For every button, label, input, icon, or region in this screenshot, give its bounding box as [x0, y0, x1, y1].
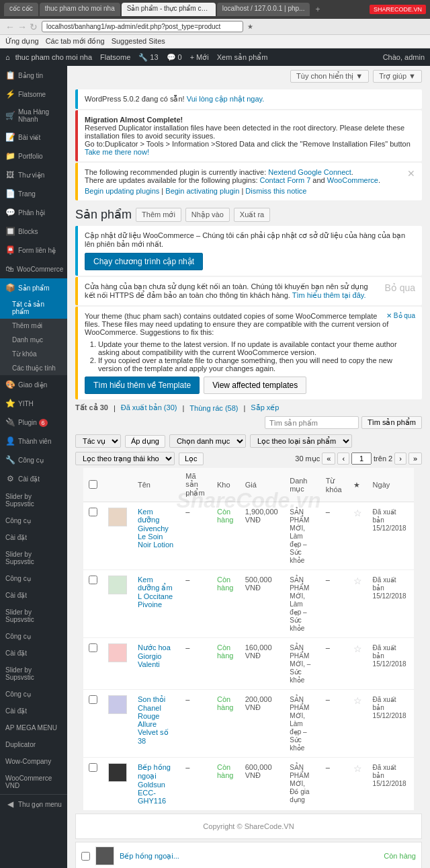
search-btn[interactable]: Tìm sản phẩm: [361, 416, 422, 429]
admin-bar-site[interactable]: thuc pham cho moi nha: [15, 53, 92, 61]
row-featured-5[interactable]: ☆: [348, 758, 368, 811]
pagination-last[interactable]: »: [408, 452, 422, 465]
product-link-1[interactable]: Kem dưỡng Givenchy Le Soin Noir Lotion: [138, 508, 173, 549]
sidebar-item-slider1[interactable]: Slider by Supsvstic: [0, 488, 67, 512]
export-btn[interactable]: Xuất ra: [234, 208, 270, 222]
sidebar-item-settings3[interactable]: Cài đặt: [0, 587, 67, 604]
browser-tab-plus[interactable]: +: [311, 3, 324, 16]
product-link-4[interactable]: Son thỏi Chanel Rouge Allure Velvet số 3…: [138, 695, 169, 745]
pagination-input[interactable]: [351, 452, 372, 465]
row-name-5[interactable]: Bếp hồng ngoại Goldsun ECC-GHY116: [132, 758, 180, 811]
https-link[interactable]: Tìm hiểu thêm tại đây.: [292, 291, 366, 299]
sidebar-item-woo-vnd[interactable]: WooCommerce VND: [0, 770, 67, 794]
row-name-4[interactable]: Son thỏi Chanel Rouge Allure Velvet số 3…: [132, 690, 180, 758]
sidebar-item-yith[interactable]: ⭐ YITH: [0, 394, 67, 413]
admin-bar-new[interactable]: + Mới: [190, 53, 209, 62]
product-link-5[interactable]: Bếp hồng ngoại Goldsun ECC-GHY116: [138, 763, 171, 805]
row-name-1[interactable]: Kem dưỡng Givenchy Le Soin Noir Lotion: [132, 502, 180, 570]
th-stock[interactable]: Kho: [212, 468, 240, 502]
row-category-3[interactable]: SẢN PHẨM MỚI, – Sức khỏe: [284, 638, 320, 690]
sidebar-item-tools5[interactable]: Công cụ: [0, 686, 67, 703]
template-affected-btn[interactable]: View affected templates: [204, 377, 306, 394]
begin-activating-link[interactable]: Begin activating plugin: [165, 187, 239, 195]
sidebar-item-dashboard[interactable]: 📋 Bảng tin: [0, 66, 67, 85]
sidebar-item-comments[interactable]: 💬 Phân hội: [0, 203, 67, 222]
bulk-action-select[interactable]: Tác vụ: [75, 434, 121, 448]
category-select[interactable]: Chọn danh mục: [169, 434, 246, 448]
row-featured-2[interactable]: ☆: [348, 570, 368, 638]
row-featured-3[interactable]: ☆: [348, 638, 368, 690]
forward-btn[interactable]: →: [17, 22, 27, 32]
template-learn-btn[interactable]: Tìm hiểu thêm về Template: [85, 377, 200, 394]
bookmark-star[interactable]: ★: [247, 23, 253, 30]
sidebar-item-appearance[interactable]: 🎨 Giao diện: [0, 375, 67, 394]
sidebar-item-settings5[interactable]: Cài đặt: [0, 703, 67, 719]
status-select[interactable]: Lọc theo trạng thái kho: [75, 452, 175, 465]
suggested-bookmark[interactable]: Suggested Sites: [112, 37, 165, 46]
sidebar-item-settings4[interactable]: Cài đặt: [0, 645, 67, 662]
admin-bar-view-shop[interactable]: Xem sản phẩm: [217, 53, 268, 62]
sidebar-item-duplicator[interactable]: Duplicator: [0, 736, 67, 753]
sidebar-item-media[interactable]: 🖼 Thư viện: [0, 165, 67, 184]
sidebar-item-flatsome[interactable]: ⚡ Flatsome: [0, 85, 67, 104]
sidebar-item-collapse[interactable]: ◀ Thu gọn menu: [0, 794, 67, 814]
sidebar-subitem-all-products[interactable]: Tất cả sản phẩm: [0, 297, 67, 319]
run-update-btn[interactable]: Chạy chương trình cập nhật: [85, 253, 203, 270]
filter-sort[interactable]: Sắp xếp: [251, 403, 279, 412]
search-input[interactable]: [265, 416, 359, 429]
migration-link[interactable]: Take me there now!: [85, 148, 149, 156]
sidebar-item-pages[interactable]: 📄 Trang: [0, 184, 67, 203]
browser-tab-localhost[interactable]: localhost / 127.0.0.1 | php...: [217, 3, 310, 16]
sidebar-item-slider2[interactable]: Slider by Supsvstic: [0, 546, 67, 570]
select-all-checkbox[interactable]: [89, 480, 97, 489]
wp-logo[interactable]: ⌂: [5, 53, 10, 61]
new-tabs-bookmark[interactable]: Các tab mới đồng: [46, 37, 105, 46]
th-price[interactable]: Giá: [240, 468, 284, 502]
admin-bar-updates[interactable]: 🔧 13: [138, 53, 158, 62]
sidebar-item-plugins[interactable]: 🔌 Plugin 6: [0, 413, 67, 432]
sidebar-item-tools4[interactable]: Công cụ: [0, 628, 67, 645]
th-name[interactable]: Tên: [132, 468, 180, 502]
https-dismiss[interactable]: Bỏ qua: [384, 282, 415, 293]
begin-updating-link[interactable]: Begin updating plugins: [85, 187, 159, 195]
browser-tab-sanpham[interactable]: Sản phẩm - thực phẩm ch...: [122, 3, 216, 16]
filter-all[interactable]: Tất cả 30: [75, 403, 108, 412]
filter-trash[interactable]: Thùng rác (58): [189, 404, 238, 412]
sidebar-item-blocks[interactable]: 🔲 Blocks: [0, 222, 67, 241]
row-category-1[interactable]: SẢN PHẨM MỚI, Làm đẹp – Sức khỏe: [284, 502, 320, 570]
sidebar-item-ap-mega-menu[interactable]: AP MEGA MENU: [0, 719, 67, 736]
wp-update-link[interactable]: Vui lòng cập nhật ngay.: [187, 95, 265, 103]
product-link-3[interactable]: Nước hoa Giorgio Valenti: [138, 643, 171, 668]
sidebar-item-tools3[interactable]: Công cụ: [0, 570, 67, 587]
row-category-2[interactable]: SẢN PHẨM MỚI, Làm đẹp – Sức khỏe: [284, 570, 320, 638]
back-btn[interactable]: ←: [5, 22, 15, 32]
browser-tab-coccoc[interactable]: cốc cốc: [4, 3, 38, 16]
filter-published[interactable]: Đã xuất bản (30): [121, 403, 177, 412]
admin-bar-flatsome[interactable]: Flatsome: [100, 53, 130, 61]
apps-bookmark[interactable]: Ứng dụng: [5, 37, 39, 46]
partial-row-checkbox[interactable]: [81, 852, 90, 861]
type-select[interactable]: Lọc theo loại sản phẩm: [250, 434, 352, 448]
sidebar-item-posts[interactable]: 📝 Bài viết: [0, 128, 67, 147]
sidebar-item-settings2[interactable]: Cài đặt: [0, 529, 67, 546]
row-check-4[interactable]: [89, 695, 97, 704]
row-featured-1[interactable]: ☆: [348, 502, 368, 570]
row-name-3[interactable]: Nước hoa Giorgio Valenti: [132, 638, 180, 690]
pagination-prev[interactable]: ‹: [337, 452, 349, 465]
sidebar-item-contact[interactable]: 📮 Form liên hệ: [0, 241, 67, 260]
row-featured-4[interactable]: ☆: [348, 690, 368, 758]
sidebar-subitem-add-new[interactable]: Thêm mới: [0, 319, 67, 333]
row-check-2[interactable]: [89, 576, 97, 584]
admin-bar-comments[interactable]: 💬 0: [167, 53, 182, 62]
th-tags[interactable]: Từ khóa: [320, 468, 348, 502]
partial-product-name[interactable]: Bếp hồng ngoại...: [120, 852, 179, 861]
row-category-5[interactable]: SẢN PHẨM MỚI, Đồ gia dụng: [284, 758, 320, 811]
sidebar-item-users[interactable]: 👤 Thành viên: [0, 432, 67, 450]
th-sku[interactable]: Mã sản phẩm: [180, 468, 212, 502]
pagination-next[interactable]: ›: [394, 452, 406, 465]
sidebar-item-slider3[interactable]: Slider by Supsvstic: [0, 604, 67, 628]
sidebar-item-products[interactable]: 📦 Sản phẩm: [0, 278, 67, 297]
tro-giup-btn[interactable]: Trợ giúp ▼: [373, 70, 422, 83]
template-dismiss[interactable]: ✕ Bỏ qua: [386, 312, 415, 319]
import-btn[interactable]: Nhập vào: [185, 208, 230, 222]
